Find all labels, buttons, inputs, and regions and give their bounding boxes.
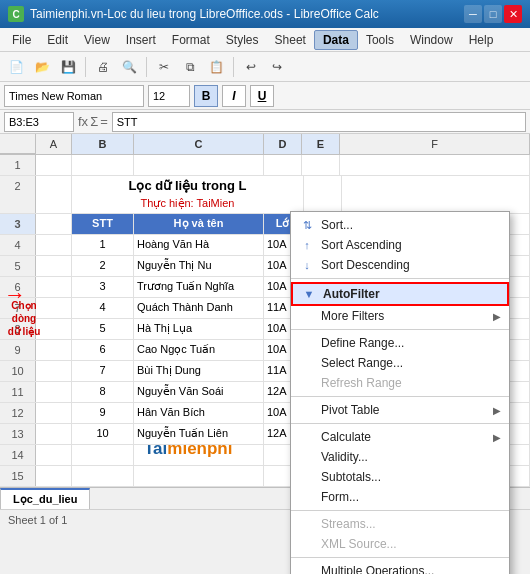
cell-c6[interactable]: Trương Tuấn Nghĩa <box>134 277 264 297</box>
italic-button[interactable]: I <box>222 85 246 107</box>
cell-c7[interactable]: Quách Thành Danh <box>134 298 264 318</box>
cell-e2[interactable] <box>304 176 342 213</box>
cell-b14[interactable] <box>72 445 134 465</box>
cell-b8[interactable]: 5 <box>72 319 134 339</box>
copy-button[interactable]: ⧉ <box>178 55 202 79</box>
menu-refresh-range[interactable]: Refresh Range <box>291 373 509 393</box>
cell-a2[interactable] <box>36 176 72 213</box>
cell-c11[interactable]: Nguyễn Văn Soái <box>134 382 264 402</box>
cell-a10[interactable] <box>36 361 72 381</box>
cell-c4[interactable]: Hoàng Văn Hà <box>134 235 264 255</box>
menu-select-range[interactable]: Select Range... <box>291 353 509 373</box>
print-preview-button[interactable]: 🔍 <box>117 55 141 79</box>
cell-c1[interactable] <box>134 155 264 175</box>
menu-sheet[interactable]: Sheet <box>267 31 314 49</box>
menu-help[interactable]: Help <box>461 31 502 49</box>
menu-tools[interactable]: Tools <box>358 31 402 49</box>
maximize-button[interactable]: □ <box>484 5 502 23</box>
cell-a14[interactable] <box>36 445 72 465</box>
title-bar-controls[interactable]: ─ □ ✕ <box>464 5 522 23</box>
menu-subtotals[interactable]: Subtotals... <box>291 467 509 487</box>
formula-input[interactable]: STT <box>112 112 526 132</box>
cell-a1[interactable] <box>36 155 72 175</box>
menu-pivot-table[interactable]: Pivot Table ▶ <box>291 400 509 420</box>
menu-data[interactable]: Data <box>314 30 358 50</box>
cell-a13[interactable] <box>36 424 72 444</box>
menu-validity[interactable]: Validity... <box>291 447 509 467</box>
cell-a9[interactable] <box>36 340 72 360</box>
cell-b3[interactable]: STT <box>72 214 134 234</box>
print-button[interactable]: 🖨 <box>91 55 115 79</box>
minimize-button[interactable]: ─ <box>464 5 482 23</box>
cell-a12[interactable] <box>36 403 72 423</box>
new-button[interactable]: 📄 <box>4 55 28 79</box>
cell-b11[interactable]: 8 <box>72 382 134 402</box>
cell-a6[interactable] <box>36 277 72 297</box>
cell-c5[interactable]: Nguyễn Thị Nu <box>134 256 264 276</box>
cell-f1[interactable] <box>340 155 530 175</box>
menu-multiple-operations[interactable]: Multiple Operations... <box>291 561 509 574</box>
menu-xml-source[interactable]: XML Source... <box>291 534 509 554</box>
col-header-c[interactable]: C <box>134 134 264 154</box>
cut-button[interactable]: ✂ <box>152 55 176 79</box>
menu-autofilter[interactable]: ▼ AutoFilter <box>291 282 509 306</box>
menu-calculate[interactable]: Calculate ▶ <box>291 427 509 447</box>
cell-b2[interactable]: Lọc dữ liệu trong LThực hiện: TaiMien <box>72 176 304 213</box>
cell-c12[interactable]: Hân Văn Bích <box>134 403 264 423</box>
font-name-input[interactable]: Times New Roman <box>4 85 144 107</box>
cell-c3[interactable]: Họ và tên <box>134 214 264 234</box>
cell-c15[interactable] <box>134 466 264 486</box>
cell-a4[interactable] <box>36 235 72 255</box>
bold-button[interactable]: B <box>194 85 218 107</box>
underline-button[interactable]: U <box>250 85 274 107</box>
close-button[interactable]: ✕ <box>504 5 522 23</box>
cell-b7[interactable]: 4 <box>72 298 134 318</box>
menu-more-filters[interactable]: More Filters ▶ <box>291 306 509 326</box>
cell-b5[interactable]: 2 <box>72 256 134 276</box>
paste-button[interactable]: 📋 <box>204 55 228 79</box>
menu-styles[interactable]: Styles <box>218 31 267 49</box>
col-header-a[interactable]: A <box>36 134 72 154</box>
menu-streams[interactable]: Streams... <box>291 514 509 534</box>
undo-button[interactable]: ↩ <box>239 55 263 79</box>
menu-define-range[interactable]: Define Range... <box>291 333 509 353</box>
cell-b1[interactable] <box>72 155 134 175</box>
cell-b10[interactable]: 7 <box>72 361 134 381</box>
cell-a11[interactable] <box>36 382 72 402</box>
redo-button[interactable]: ↪ <box>265 55 289 79</box>
cell-b15[interactable] <box>72 466 134 486</box>
menu-insert[interactable]: Insert <box>118 31 164 49</box>
cell-c13[interactable]: Nguyễn Tuấn Liên <box>134 424 264 444</box>
col-header-d[interactable]: D <box>264 134 302 154</box>
menu-format[interactable]: Format <box>164 31 218 49</box>
cell-b12[interactable]: 9 <box>72 403 134 423</box>
cell-a3[interactable] <box>36 214 72 234</box>
menu-sort-descending[interactable]: ↓ Sort Descending <box>291 255 509 275</box>
sheet-tab-loc-du-lieu[interactable]: Lọc_du_lieu <box>0 488 90 509</box>
cell-a5[interactable] <box>36 256 72 276</box>
col-header-e[interactable]: E <box>302 134 340 154</box>
cell-c14[interactable]: Taimienphi .vn <box>134 445 264 465</box>
open-button[interactable]: 📂 <box>30 55 54 79</box>
col-header-f[interactable]: F <box>340 134 530 154</box>
menu-window[interactable]: Window <box>402 31 461 49</box>
cell-c10[interactable]: Bùi Thị Dung <box>134 361 264 381</box>
cell-b13[interactable]: 10 <box>72 424 134 444</box>
cell-b9[interactable]: 6 <box>72 340 134 360</box>
cell-e1[interactable] <box>302 155 340 175</box>
font-size-input[interactable]: 12 <box>148 85 190 107</box>
save-button[interactable]: 💾 <box>56 55 80 79</box>
menu-form[interactable]: Form... <box>291 487 509 507</box>
cell-c9[interactable]: Cao Ngọc Tuấn <box>134 340 264 360</box>
cell-f2[interactable] <box>342 176 530 213</box>
cell-b6[interactable]: 3 <box>72 277 134 297</box>
cell-d1[interactable] <box>264 155 302 175</box>
cell-c8[interactable]: Hà Thị Lụa <box>134 319 264 339</box>
menu-edit[interactable]: Edit <box>39 31 76 49</box>
menu-view[interactable]: View <box>76 31 118 49</box>
col-header-b[interactable]: B <box>72 134 134 154</box>
cell-b4[interactable]: 1 <box>72 235 134 255</box>
menu-file[interactable]: File <box>4 31 39 49</box>
cell-a15[interactable] <box>36 466 72 486</box>
menu-sort[interactable]: ⇅ Sort... <box>291 215 509 235</box>
